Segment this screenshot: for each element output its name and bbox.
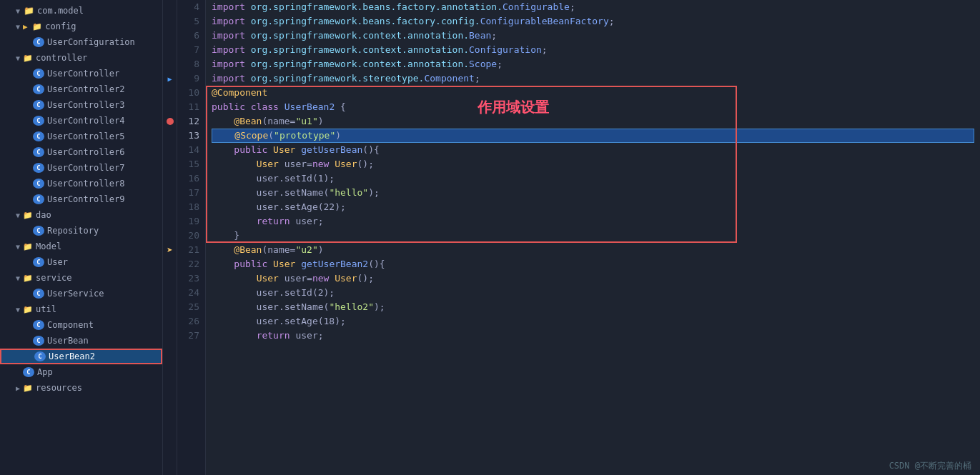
sidebar-item-config[interactable]: ▼ ▶ 📁 config bbox=[0, 19, 162, 34]
sidebar-item-label: UserController2 bbox=[47, 84, 124, 94]
sidebar-item-UserService[interactable]: C UserService bbox=[0, 286, 162, 301]
sidebar-item-UserController5[interactable]: C UserController5 bbox=[0, 129, 162, 144]
code-line-27: return user; bbox=[212, 329, 974, 343]
keyword: import bbox=[212, 71, 251, 86]
marker-7 bbox=[163, 43, 177, 57]
class-icon: C bbox=[33, 147, 44, 157]
folder-icon: 📁 bbox=[23, 274, 33, 283]
sidebar-item-label: com.model bbox=[37, 6, 84, 16]
code: user= bbox=[284, 271, 312, 286]
code-lines: 作用域设置 import org.springframework.beans.f… bbox=[206, 0, 980, 475]
sidebar-item-label: UserController4 bbox=[47, 116, 124, 126]
class-icon: C bbox=[33, 179, 44, 189]
marker-10 bbox=[163, 86, 177, 100]
marker-13 bbox=[163, 129, 177, 143]
indent bbox=[212, 143, 234, 157]
type: User bbox=[335, 157, 357, 171]
sidebar-item-service[interactable]: ▼ 📁 service bbox=[0, 270, 162, 286]
sidebar-item-label: dao bbox=[36, 210, 51, 220]
code-line-16: user.setId(1); bbox=[212, 171, 974, 186]
code-line-17: user.setName("hello"); bbox=[212, 186, 974, 200]
paren: ); bbox=[368, 186, 380, 200]
indent bbox=[212, 257, 234, 271]
method: getUserBean bbox=[301, 143, 362, 157]
classname: ConfigurableBeanFactory bbox=[480, 14, 609, 29]
sidebar-item-UserController3[interactable]: C UserController3 bbox=[0, 97, 162, 113]
sidebar-item-com-model[interactable]: ▼ 📁 com.model bbox=[0, 3, 162, 19]
annotation: @Bean bbox=[234, 243, 262, 257]
folder-icon: 📁 bbox=[23, 54, 33, 63]
class-icon: C bbox=[33, 84, 44, 94]
paren: (); bbox=[357, 271, 374, 286]
line-numbers: 4 5 6 7 8 9 10 11 12 13 14 15 16 17 18 1… bbox=[177, 0, 206, 475]
sidebar-item-UserController[interactable]: C UserController bbox=[0, 66, 162, 81]
punct: ; bbox=[497, 57, 503, 71]
ln-25: 25 bbox=[183, 300, 199, 314]
sidebar-item-resources[interactable]: ▶ 📁 resources bbox=[0, 380, 162, 396]
expand-arrow: ▼ bbox=[13, 7, 23, 15]
string: "hello" bbox=[329, 186, 368, 200]
code-line-22: public User getUserBean2(){ bbox=[212, 257, 974, 271]
code-line-19: return user; bbox=[212, 214, 974, 229]
class-icon: C bbox=[33, 226, 44, 236]
class-icon: C bbox=[33, 116, 44, 126]
sidebar-item-UserConfiguration[interactable]: C UserConfiguration bbox=[0, 34, 162, 50]
sidebar-item-UserController9[interactable]: C UserController9 bbox=[0, 191, 162, 207]
sidebar-item-label: UserController6 bbox=[47, 147, 124, 157]
string: "u2" bbox=[295, 243, 317, 257]
code: user.setAge(18); bbox=[212, 314, 346, 329]
sidebar-item-Component[interactable]: C Component bbox=[0, 317, 162, 333]
marker-8 bbox=[163, 57, 177, 71]
sidebar-item-App[interactable]: C App bbox=[0, 364, 162, 380]
ln-4: 4 bbox=[183, 0, 199, 14]
sidebar-item-Repository[interactable]: C Repository bbox=[0, 223, 162, 239]
ln-26: 26 bbox=[183, 314, 199, 329]
class-icon: C bbox=[33, 69, 44, 79]
punct: ; bbox=[570, 0, 575, 14]
marker-27 bbox=[163, 329, 177, 343]
sidebar-item-label: UserController bbox=[47, 69, 119, 79]
sidebar-item-controller[interactable]: ▼ 📁 controller bbox=[0, 50, 162, 66]
sidebar-item-util[interactable]: ▼ 📁 util bbox=[0, 301, 162, 317]
sidebar-item-User[interactable]: C User bbox=[0, 254, 162, 270]
type: User bbox=[257, 271, 284, 286]
paren: (); bbox=[357, 157, 374, 171]
sidebar-item-Model[interactable]: ▼ 📁 Model bbox=[0, 239, 162, 254]
sidebar-item-UserController8[interactable]: C UserController8 bbox=[0, 176, 162, 191]
sidebar-item-dao[interactable]: ▼ 📁 dao bbox=[0, 207, 162, 223]
file-tree: ▼ 📁 com.model ▼ ▶ 📁 config C UserConfigu… bbox=[0, 0, 163, 475]
brace: { bbox=[340, 100, 346, 114]
sidebar-item-UserController6[interactable]: C UserController6 bbox=[0, 144, 162, 160]
keyword: public bbox=[234, 257, 273, 271]
sidebar-item-UserController2[interactable]: C UserController2 bbox=[0, 81, 162, 97]
sidebar-item-UserController7[interactable]: C UserController7 bbox=[0, 160, 162, 176]
class-icon: C bbox=[23, 367, 34, 377]
folder-icon: 📁 bbox=[23, 211, 33, 220]
sidebar-item-UserBean2[interactable]: C UserBean2 bbox=[0, 349, 162, 364]
code-line-4: import org.springframework.beans.factory… bbox=[212, 0, 974, 14]
code-line-25: user.setName("hello2"); bbox=[212, 300, 974, 314]
type: User bbox=[273, 143, 301, 157]
paren: (){ bbox=[368, 257, 385, 271]
classname: Configurable bbox=[503, 0, 570, 14]
annotation: @Bean bbox=[234, 114, 262, 129]
class-icon: C bbox=[33, 320, 44, 330]
type: User bbox=[273, 257, 301, 271]
breakpoint-12 bbox=[167, 118, 174, 125]
code: user.setId(2); bbox=[212, 286, 335, 300]
marker-25 bbox=[163, 300, 177, 314]
paren: ( bbox=[268, 129, 274, 143]
paren: ) bbox=[318, 243, 324, 257]
sidebar-item-label: UserBean2 bbox=[49, 351, 95, 361]
ln-5: 5 bbox=[183, 14, 199, 29]
indent: user.setName( bbox=[212, 186, 329, 200]
ln-24: 24 bbox=[183, 286, 199, 300]
classname: Bean bbox=[469, 29, 491, 43]
sidebar-item-UserController4[interactable]: C UserController4 bbox=[0, 113, 162, 129]
keyword: import bbox=[212, 57, 251, 71]
sidebar-item-label: UserController5 bbox=[47, 131, 124, 141]
sidebar-item-label: UserController7 bbox=[47, 163, 124, 173]
package: org.springframework.context.annotation. bbox=[251, 57, 469, 71]
sidebar-item-UserBean[interactable]: C UserBean bbox=[0, 333, 162, 349]
marker-11 bbox=[163, 100, 177, 114]
